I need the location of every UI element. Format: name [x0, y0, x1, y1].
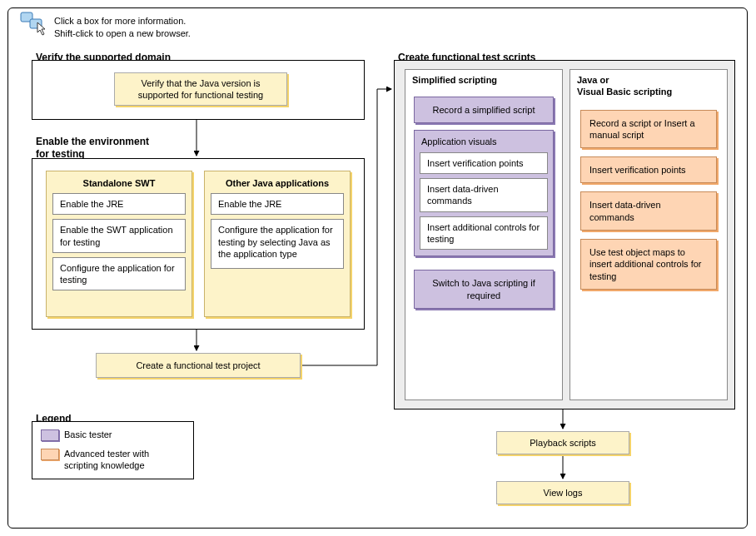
visuals-item[interactable]: Insert verification points	[420, 152, 548, 174]
record-simplified[interactable]: Record a simplified script	[414, 97, 554, 123]
standalone-item[interactable]: Enable the SWT application for testing	[52, 219, 186, 253]
visuals-item[interactable]: Insert additional controls for testing	[420, 216, 548, 251]
other-item[interactable]: Configure the application for testing by…	[211, 219, 344, 269]
diagram-frame: Click a box for more information. Shift-…	[7, 7, 748, 529]
enable-title: Enable the environment for testing	[33, 136, 152, 161]
legend-basic: Basic tester	[41, 429, 185, 441]
other-java-group: Other Java applications Enable the JRE C…	[204, 171, 351, 317]
java-vb-item[interactable]: Insert verification points	[580, 156, 717, 183]
hint-line2: Shift-click to open a new browser.	[54, 28, 191, 38]
java-vb-col: Java or Visual Basic scripting Record a …	[569, 69, 728, 400]
functional-section: Simplified scripting Record a simplified…	[394, 60, 735, 409]
verify-section: Verify that the Java version is supporte…	[32, 60, 365, 120]
legend-advanced: Advanced tester with scripting knowledge	[41, 448, 185, 472]
legend-basic-text: Basic tester	[64, 429, 112, 440]
application-visuals-group: Application visuals Insert verification …	[414, 130, 554, 256]
viewlogs-box[interactable]: View logs	[496, 481, 629, 504]
verify-java-box[interactable]: Verify that the Java version is supporte…	[114, 72, 287, 106]
other-title: Other Java applications	[205, 171, 350, 193]
other-item[interactable]: Enable the JRE	[211, 193, 344, 215]
java-vb-item[interactable]: Insert data-driven commands	[580, 191, 717, 231]
click-hint-icon	[19, 11, 49, 41]
standalone-item[interactable]: Enable the JRE	[52, 193, 186, 215]
hint-text: Click a box for more information. Shift-…	[54, 15, 191, 40]
java-vb-item[interactable]: Record a script or Insert a manual scrip…	[580, 110, 717, 149]
hint-line1: Click a box for more information.	[54, 16, 186, 26]
java-vb-title: Java or Visual Basic scripting	[570, 70, 727, 102]
playback-box[interactable]: Playback scripts	[496, 431, 629, 454]
java-vb-item[interactable]: Use test object maps to insert additiona…	[580, 239, 717, 290]
standalone-swt-group: Standalone SWT Enable the JRE Enable the…	[46, 171, 192, 317]
enable-section: Standalone SWT Enable the JRE Enable the…	[32, 158, 365, 330]
legend-advanced-text: Advanced tester with scripting knowledge	[64, 448, 181, 472]
visuals-title: Application visuals	[420, 135, 548, 152]
purple-swatch-icon	[41, 429, 59, 441]
orange-swatch-icon	[41, 449, 59, 460]
switch-java[interactable]: Switch to Java scripting if required	[414, 270, 554, 309]
simplified-col: Simplified scripting Record a simplified…	[405, 69, 563, 400]
visuals-item[interactable]: Insert data-driven commands	[420, 178, 548, 212]
create-project-box[interactable]: Create a functional test project	[96, 353, 301, 378]
standalone-item[interactable]: Configure the application for testing	[52, 257, 186, 291]
simplified-title: Simplified scripting	[405, 70, 562, 90]
legend-box: Basic tester Advanced tester with script…	[32, 421, 194, 479]
standalone-title: Standalone SWT	[47, 171, 191, 193]
